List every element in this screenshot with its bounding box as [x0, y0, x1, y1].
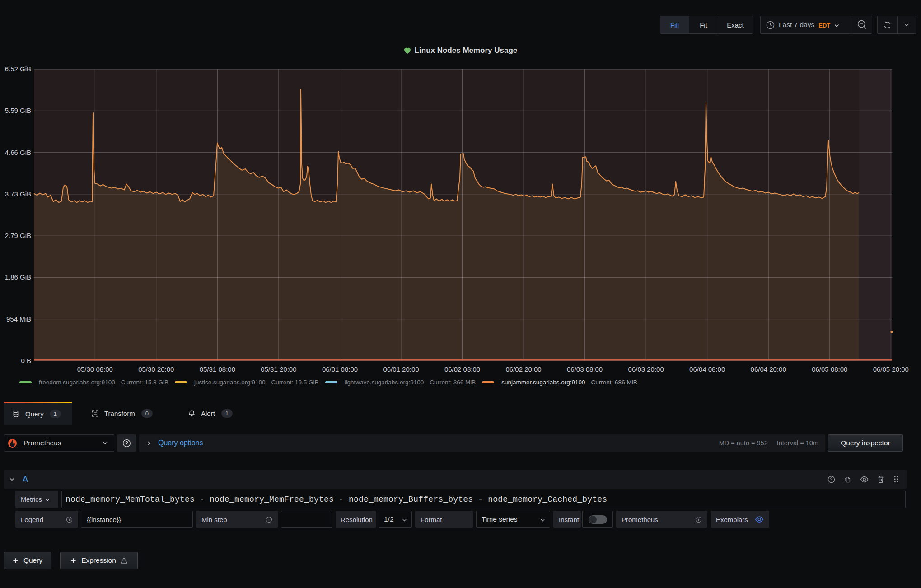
svg-text:05/31 08:00: 05/31 08:00	[200, 365, 235, 373]
svg-text:06/02 08:00: 06/02 08:00	[444, 365, 480, 373]
svg-text:2.79 GiB: 2.79 GiB	[5, 232, 31, 239]
svg-text:06/01 08:00: 06/01 08:00	[322, 365, 358, 373]
svg-text:05/31 20:00: 05/31 20:00	[261, 365, 296, 373]
svg-text:06/02 20:00: 06/02 20:00	[505, 365, 541, 373]
svg-text:3.73 GiB: 3.73 GiB	[5, 190, 31, 198]
svg-text:06/05 20:00: 06/05 20:00	[873, 365, 909, 373]
svg-text:06/04 08:00: 06/04 08:00	[689, 365, 725, 373]
svg-text:06/01 20:00: 06/01 20:00	[383, 365, 419, 373]
svg-text:6.52 GiB: 6.52 GiB	[5, 65, 31, 73]
svg-text:954 MiB: 954 MiB	[6, 315, 31, 323]
svg-text:06/03 08:00: 06/03 08:00	[567, 365, 603, 373]
svg-text:05/30 08:00: 05/30 08:00	[77, 365, 113, 373]
svg-text:0 B: 0 B	[21, 357, 31, 364]
svg-text:06/05 08:00: 06/05 08:00	[812, 365, 847, 373]
svg-text:1.86 GiB: 1.86 GiB	[5, 273, 31, 281]
svg-text:06/03 20:00: 06/03 20:00	[628, 365, 664, 373]
svg-text:06/04 20:00: 06/04 20:00	[751, 365, 786, 373]
svg-text:5.59 GiB: 5.59 GiB	[5, 107, 31, 114]
svg-text:4.66 GiB: 4.66 GiB	[5, 149, 31, 156]
svg-text:05/30 20:00: 05/30 20:00	[138, 365, 174, 373]
